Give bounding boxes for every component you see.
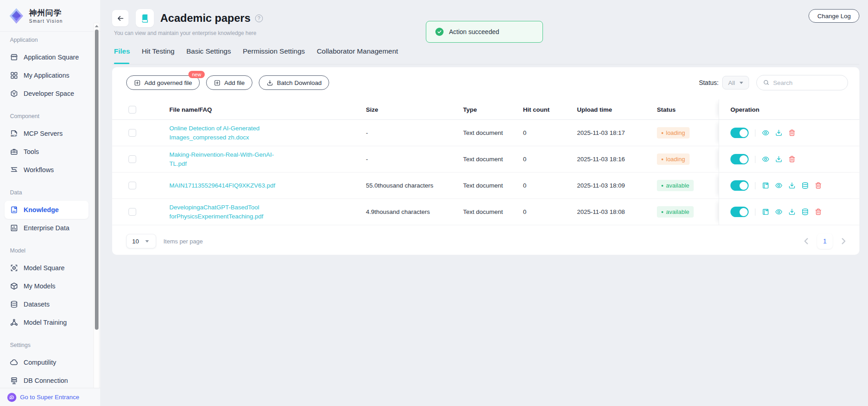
sidebar-item-developer-space[interactable]: Developer Space	[0, 84, 93, 103]
view-icon[interactable]	[775, 208, 783, 216]
upload-time-cell: 2025-11-03 18:17	[577, 129, 657, 136]
tab-basic-settings[interactable]: Basic Settings	[186, 47, 231, 64]
chevron-down-icon	[145, 240, 149, 243]
sidebar-section: DataKnowledgeEnterprise Data	[0, 188, 93, 237]
sidebar-section-label: Application	[10, 35, 93, 45]
status-label: loading	[666, 129, 685, 136]
batch-download-button[interactable]: Batch Download	[259, 75, 329, 90]
download-icon[interactable]	[788, 208, 796, 216]
download-icon[interactable]	[775, 129, 783, 137]
tab-collaborator-management[interactable]: Collaborator Management	[317, 47, 398, 64]
prev-page-button[interactable]	[802, 237, 811, 246]
next-page-button[interactable]	[839, 237, 848, 246]
sidebar-item-tools[interactable]: Tools	[0, 143, 93, 161]
enable-toggle[interactable]	[730, 207, 749, 217]
sidebar-item-mcp-servers[interactable]: MCPMCP Servers	[0, 124, 93, 143]
sidebar-item-label: My Models	[24, 282, 55, 290]
enable-toggle[interactable]	[730, 180, 749, 191]
delete-icon[interactable]	[788, 155, 796, 163]
upload-time-cell: 2025-11-03 18:09	[577, 182, 657, 189]
status-label: available	[666, 182, 689, 189]
sidebar-nav: ApplicationApplication SquareMy Applicat…	[0, 32, 93, 388]
back-button[interactable]	[112, 10, 128, 26]
add-file-button[interactable]: Add file	[206, 75, 252, 90]
enable-toggle[interactable]	[730, 154, 749, 164]
page-size-select[interactable]: 10	[126, 234, 156, 248]
size-cell: 4.9thousand characters	[366, 208, 463, 215]
book-icon[interactable]	[762, 182, 769, 189]
table-header-row: File name/FAQSizeTypeHit countUpload tim…	[112, 99, 859, 120]
chevron-down-icon	[740, 82, 743, 84]
table-row: Making-Reinvention-Real-With-GenAI-TL.pd…	[112, 146, 859, 173]
add-governed-file-button[interactable]: Add governed filenew	[126, 75, 200, 90]
change-log-button[interactable]: Change Log	[809, 9, 859, 23]
sidebar-item-workflows[interactable]: Workflows	[0, 161, 93, 179]
toast-message: Action succeeded	[449, 28, 499, 35]
download-icon[interactable]	[788, 182, 796, 189]
operation-divider	[755, 129, 755, 137]
column-header-type: Type	[463, 106, 523, 113]
row-checkbox[interactable]	[128, 208, 136, 216]
tab-permission-settings[interactable]: Permission Settings	[243, 47, 305, 64]
pagination: 10 Items per page 1	[112, 225, 859, 257]
page-title: Academic papers	[160, 12, 251, 25]
size-cell: -	[366, 156, 463, 163]
sidebar-footer[interactable]: Go to Super Entrance	[0, 388, 100, 406]
tab-files[interactable]: Files	[114, 47, 130, 64]
select-all-checkbox[interactable]	[128, 106, 136, 114]
view-icon[interactable]	[762, 155, 769, 163]
sidebar-item-model-training[interactable]: Model Training	[0, 313, 93, 332]
size-cell: -	[366, 129, 463, 136]
file-name-link[interactable]: DevelopingaChatGPT-BasedTool forPhysicsE…	[169, 203, 276, 221]
view-icon[interactable]	[762, 129, 769, 137]
file-name-link[interactable]: Making-Reinvention-Real-With-GenAI-TL.pd…	[169, 150, 276, 168]
download-icon[interactable]	[775, 155, 783, 163]
row-checkbox[interactable]	[128, 182, 136, 189]
database-icon[interactable]	[801, 208, 809, 216]
sidebar-item-model-square[interactable]: Model Square	[0, 259, 93, 277]
column-header-label: Size	[366, 106, 378, 113]
column-header-label: Hit count	[523, 106, 550, 113]
status-filter-select[interactable]: All	[722, 76, 749, 89]
sidebar-item-my-applications[interactable]: My Applications	[0, 66, 93, 84]
current-page-button[interactable]: 1	[817, 233, 833, 249]
delete-icon[interactable]	[814, 182, 822, 189]
operation-cell	[719, 173, 859, 198]
sidebar-scrollbar[interactable]	[94, 23, 99, 394]
sidebar-item-enterprise-data[interactable]: Enterprise Data	[0, 219, 93, 237]
sidebar: 神州问学 Smart Vision ApplicationApplication…	[0, 0, 101, 406]
sidebar-item-application-square[interactable]: Application Square	[0, 48, 93, 66]
sidebar-item-datasets[interactable]: Datasets	[0, 295, 93, 313]
model-scan-icon	[10, 264, 18, 272]
enable-toggle[interactable]	[730, 128, 749, 138]
main-content: Action succeeded Academic papers ? Chang…	[101, 0, 868, 406]
bar-chart-icon	[10, 224, 18, 232]
row-checkbox[interactable]	[128, 129, 136, 137]
super-entrance-label[interactable]: Go to Super Entrance	[20, 394, 79, 401]
view-icon[interactable]	[775, 182, 783, 189]
database-icon[interactable]	[801, 182, 809, 189]
scroll-up-arrow-icon[interactable]	[95, 25, 99, 27]
sidebar-item-computility[interactable]: Computility	[0, 353, 93, 371]
book-icon[interactable]	[762, 208, 769, 216]
sidebar-item-my-models[interactable]: My Models	[0, 277, 93, 295]
button-label: Batch Download	[277, 79, 321, 86]
column-header-upload-time: Upload time	[577, 106, 657, 113]
upload-time-cell: 2025-11-03 18:08	[577, 208, 657, 215]
delete-icon[interactable]	[814, 208, 822, 216]
table-body: Online Detection of AI-Generated Images_…	[112, 120, 859, 225]
brand-text: 神州问学 Smart Vision	[29, 8, 63, 24]
help-icon[interactable]: ?	[255, 15, 263, 22]
row-checkbox[interactable]	[128, 155, 136, 163]
file-name-link[interactable]: MAIN1711355296414FIQ9XKZV63.pdf	[169, 181, 275, 190]
tab-hit-testing[interactable]: Hit Testing	[142, 47, 174, 64]
delete-icon[interactable]	[788, 129, 796, 137]
scrollbar-thumb[interactable]	[95, 30, 99, 330]
hit-count-cell: 0	[523, 182, 577, 189]
plus-square-icon	[214, 79, 221, 86]
file-name-link[interactable]: Online Detection of AI-Generated Images_…	[169, 124, 276, 142]
search-input[interactable]	[773, 79, 841, 86]
sidebar-item-db-connection[interactable]: DB Connection	[0, 371, 93, 388]
sidebar-item-knowledge[interactable]: Knowledge	[5, 201, 89, 219]
download-tray-icon	[266, 79, 273, 86]
